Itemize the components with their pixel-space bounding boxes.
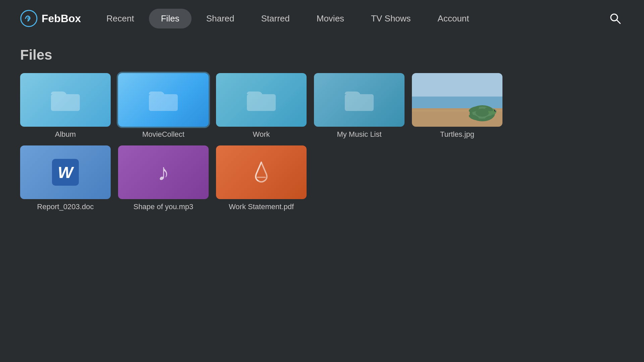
file-item-workstatement[interactable]: Work Statement.pdf — [216, 145, 307, 211]
logo-icon — [20, 10, 38, 27]
file-name-moviecollect: MovieCollect — [142, 130, 184, 139]
svg-rect-6 — [247, 94, 276, 111]
folder-icon — [344, 88, 374, 112]
svg-rect-5 — [149, 94, 178, 111]
logo[interactable]: FebBox — [20, 10, 81, 27]
file-thumb-turtles — [412, 73, 502, 127]
file-thumb-shapeofyou: ♪ — [118, 145, 209, 199]
file-name-work: Work — [253, 130, 270, 139]
file-item-album[interactable]: Album — [20, 73, 111, 139]
svg-rect-8 — [412, 73, 502, 100]
file-item-mymusiclist[interactable]: My Music List — [314, 73, 405, 139]
file-item-shapeofyou[interactable]: ♪ Shape of you.mp3 — [118, 145, 209, 211]
main-nav: Recent Files Shared Starred Movies TV Sh… — [94, 9, 606, 28]
file-name-album: Album — [55, 130, 76, 139]
file-thumb-report: W — [20, 145, 111, 199]
file-item-work[interactable]: Work — [216, 73, 307, 139]
nav-item-movies[interactable]: Movies — [305, 9, 356, 28]
search-button[interactable] — [606, 10, 624, 27]
file-thumb-album — [20, 73, 111, 127]
file-name-turtles: Turtles.jpg — [440, 130, 474, 139]
file-thumb-moviecollect — [118, 73, 209, 127]
nav-item-shared[interactable]: Shared — [194, 9, 247, 28]
svg-point-21 — [495, 110, 496, 111]
folder-icon — [50, 88, 80, 112]
svg-rect-4 — [51, 94, 80, 111]
word-icon: W — [52, 159, 79, 186]
page-title: Files — [20, 47, 624, 63]
nav-item-account[interactable]: Account — [426, 9, 481, 28]
file-thumb-mymusiclist — [314, 73, 405, 127]
music-icon: ♪ — [158, 159, 169, 186]
nav-item-files[interactable]: Files — [149, 9, 192, 28]
nav-item-tvshows[interactable]: TV Shows — [359, 9, 423, 28]
file-name-workstatement: Work Statement.pdf — [229, 202, 294, 211]
app-name: FebBox — [42, 12, 81, 25]
folder-icon — [246, 88, 276, 112]
file-name-shapeofyou: Shape of you.mp3 — [133, 202, 194, 211]
file-item-moviecollect[interactable]: MovieCollect — [118, 73, 209, 139]
svg-point-1 — [27, 17, 31, 20]
svg-point-20 — [494, 110, 496, 112]
file-thumb-workstatement — [216, 145, 307, 199]
svg-line-3 — [617, 20, 620, 23]
file-item-turtles[interactable]: Turtles.jpg — [412, 73, 502, 139]
turtle-image — [412, 73, 502, 127]
word-icon-wrap: W — [20, 145, 111, 199]
search-icon — [609, 12, 621, 24]
file-name-mymusiclist: My Music List — [337, 130, 381, 139]
file-name-report: Report_0203.doc — [37, 202, 94, 211]
nav-item-starred[interactable]: Starred — [249, 9, 302, 28]
svg-rect-7 — [345, 94, 374, 111]
file-thumb-work — [216, 73, 307, 127]
nav-item-recent[interactable]: Recent — [94, 9, 146, 28]
files-grid: Album MovieCollect Work — [20, 73, 624, 211]
pdf-icon — [248, 159, 275, 186]
file-item-report[interactable]: W Report_0203.doc — [20, 145, 111, 211]
folder-icon — [148, 88, 178, 112]
